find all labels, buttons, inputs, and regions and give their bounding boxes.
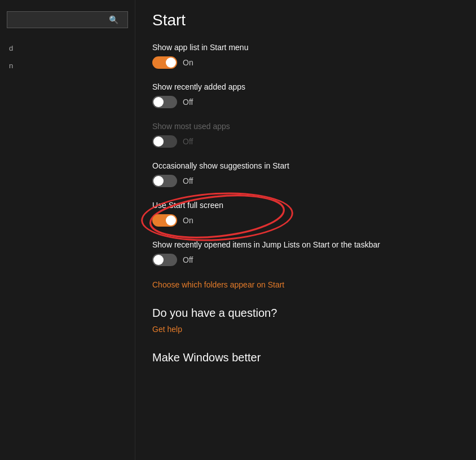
toggle-row-show-most-used: Off [152, 135, 459, 148]
toggle-use-start-full-screen[interactable] [152, 214, 177, 227]
toggle-row-show-app-list: On [152, 56, 459, 69]
setting-label-show-recently-added: Show recently added apps [152, 82, 459, 91]
get-help-link[interactable]: Get help [152, 325, 182, 334]
toggle-knob-show-suggestions [153, 176, 164, 186]
setting-show-suggestions: Occasionally show suggestions in Start O… [152, 161, 459, 187]
toggle-knob-show-app-list [166, 58, 176, 68]
setting-label-show-suggestions: Occasionally show suggestions in Start [152, 161, 459, 170]
toggle-status-show-suggestions: Off [183, 176, 193, 185]
setting-show-recently-opened: Show recently opened items in Jump Lists… [152, 240, 459, 266]
search-icon-button[interactable]: 🔍 [108, 14, 120, 25]
question-section: Do you have a question? Get help [152, 307, 459, 334]
toggle-show-recently-opened[interactable] [152, 254, 177, 266]
setting-show-recently-added: Show recently added apps Off [152, 82, 459, 108]
toggle-knob-use-start-full-screen [166, 215, 176, 225]
setting-label-show-most-used: Show most used apps [152, 122, 459, 131]
toggle-knob-show-recently-added [153, 97, 164, 107]
search-box[interactable]: 🔍 [7, 11, 128, 28]
main-content: Start Show app list in Start menu On Sho… [135, 0, 476, 460]
sidebar-nav: d n [0, 39, 135, 74]
make-windows-better-title: Make Windows better [152, 351, 459, 364]
toggle-status-show-most-used: Off [183, 137, 193, 146]
setting-show-app-list: Show app list in Start menu On [152, 43, 459, 69]
sidebar: 🔍 d n [0, 0, 135, 460]
setting-use-start-full-screen: Use Start full screen On [152, 201, 459, 227]
toggle-show-app-list[interactable] [152, 56, 177, 69]
toggle-row-show-suggestions: Off [152, 175, 459, 187]
setting-label-use-start-full-screen: Use Start full screen [152, 201, 459, 210]
question-section-title: Do you have a question? [152, 307, 459, 320]
toggle-row-show-recently-added: Off [152, 96, 459, 108]
toggle-status-show-recently-added: Off [183, 98, 193, 107]
toggle-show-recently-added[interactable] [152, 96, 177, 108]
toggle-status-use-start-full-screen: On [183, 216, 193, 225]
setting-label-show-app-list: Show app list in Start menu [152, 43, 459, 52]
toggle-show-suggestions[interactable] [152, 175, 177, 187]
toggle-show-most-used [152, 135, 177, 148]
toggle-row-show-recently-opened: Off [152, 254, 459, 266]
setting-label-show-recently-opened: Show recently opened items in Jump Lists… [152, 240, 459, 249]
sidebar-item-d[interactable]: d [0, 39, 135, 57]
page-title: Start [152, 11, 459, 29]
toggle-row-use-start-full-screen: On [152, 214, 459, 227]
setting-show-most-used: Show most used apps Off [152, 122, 459, 148]
toggle-knob-show-most-used [153, 136, 164, 147]
search-input[interactable] [12, 16, 108, 24]
toggle-knob-show-recently-opened [153, 255, 164, 265]
choose-folders-link[interactable]: Choose which folders appear on Start [152, 280, 284, 289]
toggle-status-show-app-list: On [183, 58, 193, 67]
toggle-status-show-recently-opened: Off [183, 255, 193, 264]
sidebar-item-n[interactable]: n [0, 57, 135, 74]
choose-folders-link-container: Choose which folders appear on Start [152, 280, 459, 290]
